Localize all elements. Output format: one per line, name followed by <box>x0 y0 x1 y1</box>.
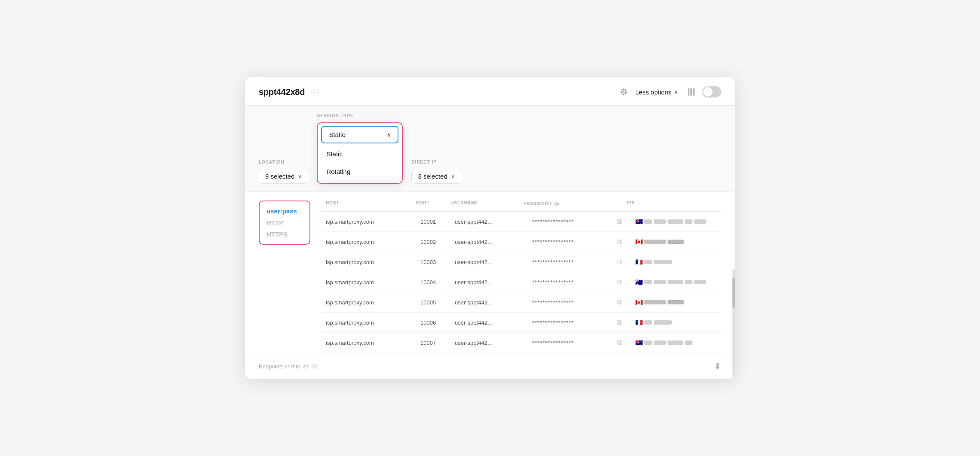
chevron-down-icon: ∨ <box>298 173 302 179</box>
copy-icon: ⧉ <box>617 238 622 246</box>
cell-username: user-sppt442... <box>451 273 529 292</box>
left-panel: user:pass HTTP HTTPS <box>259 201 310 353</box>
cell-password: **************** <box>529 233 606 251</box>
copy-icon: ⧉ <box>617 278 622 286</box>
flag-icon: 🇫🇷 <box>635 258 643 265</box>
cell-host: isp.smartproxy.com <box>322 313 417 332</box>
cell-password: **************** <box>529 213 606 231</box>
session-type-open-wrapper: Static ∧ Static Rotating <box>317 122 403 184</box>
format-https[interactable]: HTTPS <box>266 231 303 238</box>
header-left: sppt442x8d ··· <box>259 87 320 97</box>
table-section: HOST PORT USERNAME PASSWORD ◎ IPS isp.sm… <box>322 201 721 353</box>
cell-copy[interactable]: ⧉ <box>606 252 632 272</box>
direct-ip-dropdown[interactable]: 3 selected ∨ <box>411 169 461 184</box>
chevron-up-icon: ∧ <box>387 132 391 138</box>
less-options-button[interactable]: Less options ∧ <box>635 88 678 96</box>
cell-host: isp.smartproxy.com <box>322 293 417 312</box>
cell-port: 10002 <box>417 233 451 251</box>
header: sppt442x8d ··· ⚙ Less options ∧ <box>245 77 735 106</box>
cell-port: 10003 <box>417 253 451 271</box>
table-row: isp.smartproxy.com 10006 user-sppt442...… <box>322 313 721 333</box>
ip-block <box>685 340 692 345</box>
cell-copy[interactable]: ⧉ <box>606 292 632 312</box>
chevron-down-icon: ∨ <box>451 173 455 179</box>
table-body: isp.smartproxy.com 10001 user-sppt442...… <box>322 212 721 353</box>
col-password: PASSWORD ◎ <box>520 201 602 207</box>
session-type-select-btn[interactable]: Static ∧ <box>321 126 398 143</box>
session-option-static[interactable]: Static <box>318 145 402 163</box>
main-window: sppt442x8d ··· ⚙ Less options ∧ LOCATION <box>245 77 735 379</box>
copy-icon: ⧉ <box>617 258 622 266</box>
table-row: isp.smartproxy.com 10002 user-sppt442...… <box>322 232 721 252</box>
copy-icon: ⧉ <box>617 218 622 225</box>
download-button[interactable]: ⬇ <box>714 361 721 371</box>
location-label: LOCATION <box>259 160 308 164</box>
cell-port: 10004 <box>417 273 451 292</box>
cell-copy[interactable]: ⧉ <box>606 333 632 353</box>
filter-row: LOCATION 9 selected ∨ SESSION TYPE Stati… <box>259 113 721 184</box>
cell-password: **************** <box>529 293 606 312</box>
location-value: 9 selected <box>265 173 294 180</box>
flag-icon: 🇨🇦 <box>635 238 643 245</box>
scrollbar-thumb[interactable] <box>732 278 735 308</box>
cell-host: isp.smartproxy.com <box>322 213 417 231</box>
cell-ips: 🇦🇺 <box>632 212 721 231</box>
format-http[interactable]: HTTP <box>266 219 303 226</box>
flag-icon: 🇦🇺 <box>635 218 643 225</box>
ip-block <box>654 260 672 264</box>
session-option-rotating[interactable]: Rotating <box>318 163 402 180</box>
ip-block <box>668 219 683 224</box>
direct-ip-filter: DIRECT IP 3 selected ∨ <box>411 160 461 184</box>
download-icon: ⬇ <box>714 362 721 371</box>
ip-block <box>644 219 652 224</box>
cell-username: user-sppt442... <box>451 313 529 332</box>
cell-username: user-sppt442... <box>451 253 529 271</box>
cell-copy[interactable]: ⧉ <box>606 313 632 332</box>
cell-username: user-sppt442... <box>451 233 529 251</box>
cell-host: isp.smartproxy.com <box>322 334 417 352</box>
cell-host: isp.smartproxy.com <box>322 233 417 251</box>
ip-block <box>668 240 684 244</box>
cell-ips: 🇦🇺 <box>632 273 721 292</box>
ip-block <box>668 280 683 284</box>
ip-block <box>654 340 666 345</box>
session-type-options: Static Rotating <box>318 143 402 183</box>
copy-icon: ⧉ <box>617 339 622 347</box>
ip-block <box>694 219 706 224</box>
toggle-switch[interactable] <box>702 86 721 97</box>
less-options-label: Less options <box>635 88 671 96</box>
gear-button[interactable]: ⚙ <box>620 87 628 97</box>
direct-ip-label: DIRECT IP <box>411 160 461 164</box>
cell-username: user-sppt442... <box>451 213 529 231</box>
more-options-icon[interactable]: ··· <box>310 88 320 97</box>
session-type-dropdown-card: Static ∧ Static Rotating <box>317 122 403 184</box>
cell-copy[interactable]: ⧉ <box>606 272 632 292</box>
table-row: isp.smartproxy.com 10007 user-sppt442...… <box>322 333 721 353</box>
ip-block <box>654 280 666 284</box>
ip-block <box>644 320 652 325</box>
scrollbar[interactable] <box>732 269 735 379</box>
cell-port: 10007 <box>417 334 451 352</box>
ip-block <box>685 280 692 284</box>
columns-icon <box>688 88 695 96</box>
cell-copy[interactable]: ⧉ <box>606 212 632 231</box>
location-filter: LOCATION 9 selected ∨ <box>259 160 308 184</box>
flag-icon: 🇫🇷 <box>635 319 643 326</box>
footer: Endpoints in this list: 50 ⬇ <box>245 353 735 379</box>
cell-ips: 🇫🇷 <box>632 313 721 332</box>
cell-password: **************** <box>529 253 606 271</box>
flag-icon: 🇦🇺 <box>635 279 643 286</box>
eye-off-icon[interactable]: ◎ <box>554 201 559 207</box>
cell-port: 10001 <box>417 213 451 231</box>
main-content: user:pass HTTP HTTPS HOST PORT USERNAME … <box>245 192 735 353</box>
format-card: user:pass HTTP HTTPS <box>259 201 310 245</box>
copy-icon: ⧉ <box>617 298 622 306</box>
table-row: isp.smartproxy.com 10004 user-sppt442...… <box>322 272 721 292</box>
format-userpass[interactable]: user:pass <box>266 207 303 215</box>
cell-password: **************** <box>529 334 606 352</box>
cell-copy[interactable]: ⧉ <box>606 232 632 252</box>
flag-icon: 🇨🇦 <box>635 299 643 306</box>
location-dropdown[interactable]: 9 selected ∨ <box>259 169 308 184</box>
session-type-selected-value: Static <box>329 131 345 138</box>
session-type-label: SESSION TYPE <box>317 113 403 118</box>
